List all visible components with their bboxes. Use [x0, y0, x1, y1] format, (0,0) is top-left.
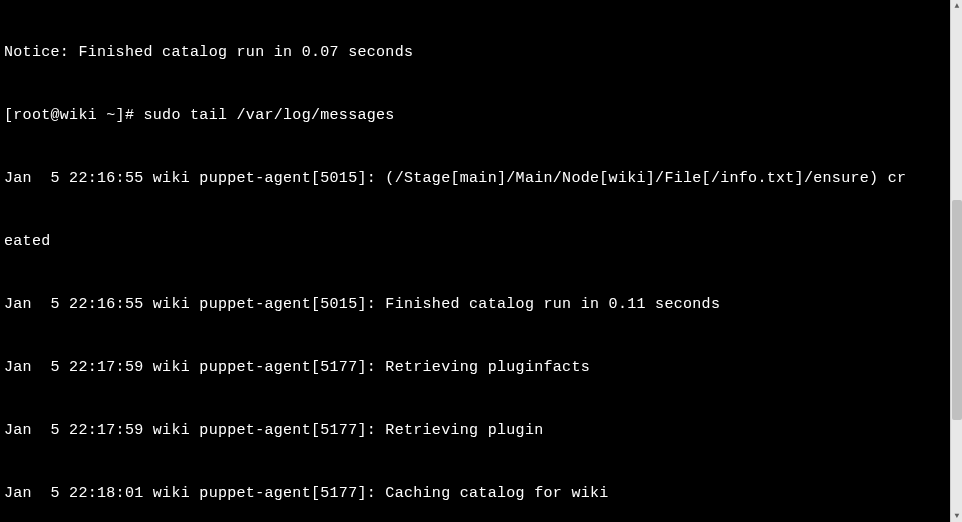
terminal-window[interactable]: Notice: Finished catalog run in 0.07 sec…	[0, 0, 950, 522]
terminal-line: Jan 5 22:17:59 wiki puppet-agent[5177]: …	[4, 420, 946, 441]
terminal-line: Jan 5 22:16:55 wiki puppet-agent[5015]: …	[4, 168, 946, 189]
terminal-line: Jan 5 22:17:59 wiki puppet-agent[5177]: …	[4, 357, 946, 378]
terminal-line: [root@wiki ~]# sudo tail /var/log/messag…	[4, 105, 946, 126]
terminal-line: Notice: Finished catalog run in 0.07 sec…	[4, 42, 946, 63]
scroll-up-icon[interactable]: ▲	[951, 0, 962, 12]
terminal-line: eated	[4, 231, 946, 252]
scrollbar-thumb[interactable]	[952, 200, 962, 420]
scrollbar[interactable]: ▲ ▼	[950, 0, 962, 522]
scroll-down-icon[interactable]: ▼	[951, 510, 962, 522]
terminal-line: Jan 5 22:18:01 wiki puppet-agent[5177]: …	[4, 483, 946, 504]
terminal-line: Jan 5 22:16:55 wiki puppet-agent[5015]: …	[4, 294, 946, 315]
